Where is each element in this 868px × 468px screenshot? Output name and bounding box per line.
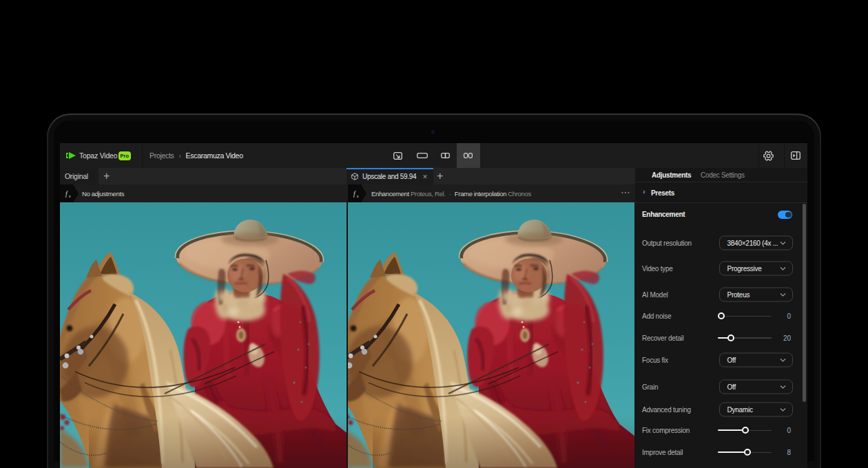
svg-text:x: x	[68, 193, 71, 198]
svg-text:x: x	[356, 193, 359, 198]
